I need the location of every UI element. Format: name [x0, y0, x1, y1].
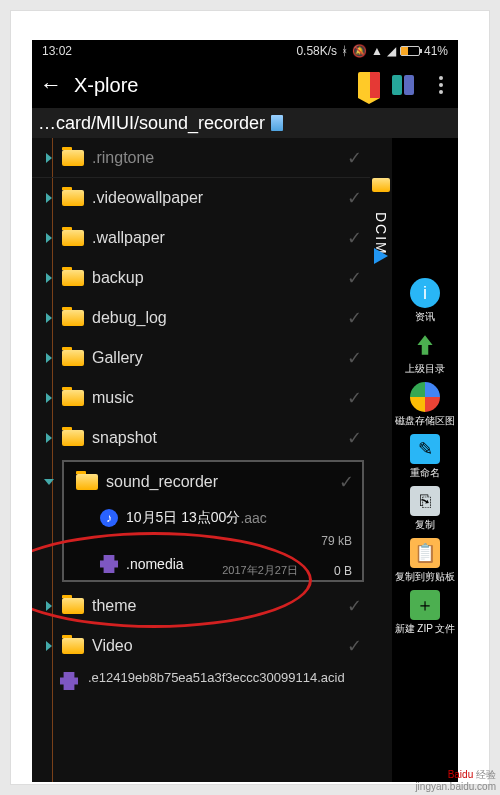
rail-disk[interactable]: 磁盘存储区图 — [395, 382, 455, 428]
breadcrumb-path: …card/MIUI/sound_recorder — [38, 113, 265, 134]
rail-info[interactable]: i资讯 — [410, 278, 440, 324]
audio-icon: ♪ — [100, 509, 118, 527]
folder-icon — [62, 150, 84, 166]
bookmark-icon[interactable] — [358, 72, 380, 98]
folder-icon — [62, 598, 84, 614]
file-list: .ringtone✓ .videowallpaper✓ .wallpaper✓ … — [32, 138, 370, 782]
arrow-right-icon — [374, 248, 388, 264]
check-icon[interactable]: ✓ — [347, 595, 362, 617]
action-rail: i资讯 上级目录 磁盘存储区图 ✎重命名 ⎘复制 📋复制到剪贴板 ＋新建 ZIP… — [392, 138, 458, 782]
battery-pct: 41% — [424, 44, 448, 58]
folder-icon — [62, 350, 84, 366]
rail-clipboard[interactable]: 📋复制到剪贴板 — [395, 538, 455, 584]
plugin-icon — [100, 555, 118, 573]
check-icon[interactable]: ✓ — [347, 347, 362, 369]
folder-icon — [76, 474, 98, 490]
wifi-icon: ▲ — [371, 44, 383, 58]
check-icon[interactable]: ✓ — [347, 427, 362, 449]
file-date: 2017年2月27日 — [222, 563, 298, 578]
long-file-item[interactable]: .e12419eb8b75ea51a3f3eccc30099114.acid — [32, 666, 370, 689]
list-item[interactable]: backup✓ — [32, 258, 370, 298]
folder-icon — [62, 430, 84, 446]
info-icon: i — [410, 278, 440, 308]
rail-up[interactable]: 上级目录 — [405, 330, 445, 376]
mute-icon: 🔕 — [352, 44, 367, 58]
file-size: 79 kB — [321, 534, 352, 548]
check-icon[interactable]: ✓ — [347, 635, 362, 657]
sdcard-icon — [271, 115, 283, 131]
nomedia-item[interactable]: .nomedia 2017年2月27日 0 B — [64, 548, 362, 580]
folder-icon — [62, 638, 84, 654]
toolbar: ← X-plore — [32, 62, 458, 108]
clock: 13:02 — [42, 44, 72, 58]
watermark: Baidu 经验 jingyan.baidu.com — [415, 769, 496, 793]
list-item[interactable]: .wallpaper✓ — [32, 218, 370, 258]
bluetooth-icon: ᚼ — [341, 44, 348, 58]
rail-zip[interactable]: ＋新建 ZIP 文件 — [395, 590, 456, 636]
check-icon[interactable]: ✓ — [339, 471, 354, 493]
list-item[interactable]: Video✓ — [32, 626, 370, 666]
file-name: .e12419eb8b75ea51a3f3eccc30099114.acid — [88, 670, 345, 685]
plugin-icon — [60, 672, 78, 690]
list-item[interactable]: music✓ — [32, 378, 370, 418]
list-item[interactable]: .ringtone✓ — [32, 138, 370, 178]
list-item[interactable]: snapshot✓ — [32, 418, 370, 458]
copy-icon: ⎘ — [410, 486, 440, 516]
rail-rename[interactable]: ✎重命名 — [410, 434, 440, 480]
signal-icon: ◢ — [387, 44, 396, 58]
selected-folder-block: sound_recorder ✓ ♪ 10月5日 13点00分.aac 79 k… — [62, 460, 364, 582]
check-icon[interactable]: ✓ — [347, 307, 362, 329]
rail-copy[interactable]: ⎘复制 — [410, 486, 440, 532]
list-item-selected[interactable]: sound_recorder ✓ — [64, 462, 362, 502]
folder-icon — [62, 310, 84, 326]
zip-icon: ＋ — [410, 590, 440, 620]
swap-panes-button[interactable] — [392, 75, 420, 95]
side-pane-tab[interactable]: DCIM — [370, 138, 392, 782]
breadcrumb[interactable]: …card/MIUI/sound_recorder — [32, 108, 458, 138]
folder-icon — [62, 390, 84, 406]
list-item[interactable]: Gallery✓ — [32, 338, 370, 378]
list-item[interactable]: debug_log✓ — [32, 298, 370, 338]
back-button[interactable]: ← — [40, 72, 62, 98]
up-arrow-icon — [410, 330, 440, 360]
check-icon[interactable]: ✓ — [347, 227, 362, 249]
check-icon[interactable]: ✓ — [347, 387, 362, 409]
audio-file-item[interactable]: ♪ 10月5日 13点00分.aac 79 kB — [64, 502, 362, 534]
clipboard-icon: 📋 — [410, 538, 440, 568]
pencil-icon: ✎ — [410, 434, 440, 464]
list-item[interactable]: theme✓ — [32, 586, 370, 626]
status-bar: 13:02 0.58K/s ᚼ 🔕 ▲ ◢ 41% — [32, 40, 458, 62]
battery-icon — [400, 46, 420, 56]
folder-icon — [62, 270, 84, 286]
check-icon[interactable]: ✓ — [347, 147, 362, 169]
file-name: .nomedia — [126, 556, 184, 572]
folder-icon — [62, 190, 84, 206]
check-icon[interactable]: ✓ — [347, 267, 362, 289]
list-item[interactable]: .videowallpaper✓ — [32, 178, 370, 218]
file-name: 10月5日 13点00分 — [126, 509, 240, 527]
folder-icon — [372, 178, 390, 192]
check-icon[interactable]: ✓ — [347, 187, 362, 209]
overflow-menu-button[interactable] — [432, 76, 450, 94]
net-speed: 0.58K/s — [296, 44, 337, 58]
folder-icon — [62, 230, 84, 246]
app-title: X-plore — [74, 74, 346, 97]
file-size: 0 B — [334, 564, 352, 578]
disk-chart-icon — [410, 382, 440, 412]
file-ext: .aac — [240, 510, 266, 526]
